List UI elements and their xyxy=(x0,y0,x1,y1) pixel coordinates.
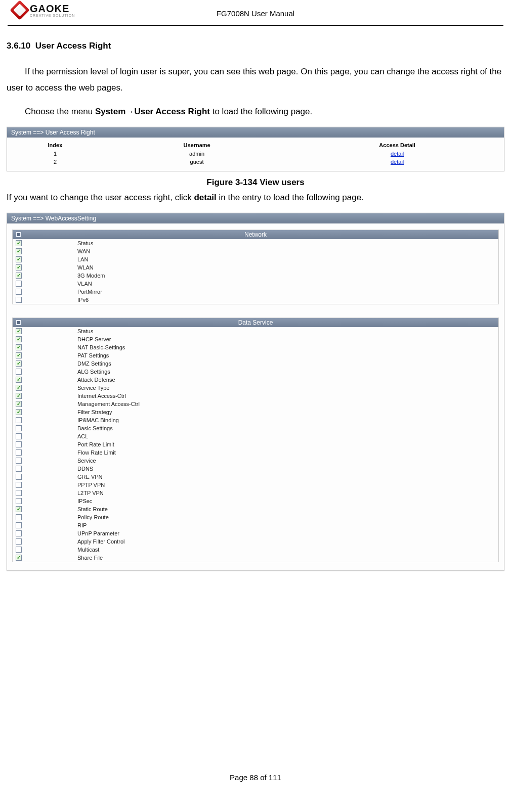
access-item-checkbox[interactable] xyxy=(16,273,22,279)
cell-index: 2 xyxy=(11,158,99,166)
access-item-label: WAN xyxy=(77,248,90,254)
access-item-row: ALG Settings xyxy=(13,368,498,376)
access-item-row: DDNS xyxy=(13,465,498,473)
access-item-label: PPTP VPN xyxy=(77,482,105,488)
access-section-title: Network xyxy=(244,231,267,238)
access-item-checkbox[interactable] xyxy=(16,425,22,431)
access-item-checkbox[interactable] xyxy=(16,458,22,464)
access-item-label: Port Rate Limit xyxy=(77,441,114,447)
access-item-label: RIP xyxy=(77,522,87,528)
access-item-row: Status xyxy=(13,239,498,247)
access-item-label: DHCP Server xyxy=(77,336,111,342)
access-item-row: WAN xyxy=(13,247,498,255)
access-item-checkbox[interactable] xyxy=(16,538,22,545)
access-item-row: IPv6 xyxy=(13,296,498,304)
access-item-checkbox[interactable] xyxy=(16,393,22,399)
access-item-checkbox[interactable] xyxy=(16,466,22,472)
p3-post: in the entry to load the following page. xyxy=(217,193,364,202)
access-item-checkbox[interactable] xyxy=(16,401,22,407)
access-item-checkbox[interactable] xyxy=(16,336,22,342)
access-item-label: ALG Settings xyxy=(77,369,110,375)
access-item-checkbox[interactable] xyxy=(16,264,22,270)
users-table: Index Username Access Detail 1 admin det… xyxy=(11,141,500,166)
access-item-label: Multicast xyxy=(77,547,99,553)
access-item-checkbox[interactable] xyxy=(16,490,22,496)
access-item-checkbox[interactable] xyxy=(16,530,22,536)
access-item-checkbox[interactable] xyxy=(16,369,22,375)
section-number: 3.6.10 xyxy=(7,41,30,51)
access-item-row: Status xyxy=(13,327,498,335)
access-item-checkbox[interactable] xyxy=(16,256,22,262)
cell-username: guest xyxy=(99,158,294,166)
access-item-label: Status xyxy=(77,328,93,334)
access-item-row: Port Rate Limit xyxy=(13,440,498,448)
access-item-row: PortMirror xyxy=(13,288,498,296)
access-item-row: IPSec xyxy=(13,497,498,505)
access-item-label: ACL xyxy=(77,433,88,439)
access-item-checkbox[interactable] xyxy=(16,240,22,246)
section-header-checkbox[interactable] xyxy=(16,320,22,326)
access-item-label: VLAN xyxy=(77,281,92,287)
access-item-row: L2TP VPN xyxy=(13,489,498,497)
page-footer: Page 88 of 111 xyxy=(0,773,511,782)
cell-index: 1 xyxy=(11,150,99,158)
access-item-row: VLAN xyxy=(13,280,498,288)
access-item-checkbox[interactable] xyxy=(16,289,22,295)
access-item-row: GRE VPN xyxy=(13,473,498,481)
manual-title: FG7008N User Manual xyxy=(8,9,503,18)
access-item-checkbox[interactable] xyxy=(16,441,22,447)
access-item-checkbox[interactable] xyxy=(16,449,22,456)
detail-link[interactable]: detail xyxy=(391,151,404,157)
access-item-row: Service xyxy=(13,457,498,465)
users-panel: System ==> User Access Right Index Usern… xyxy=(7,127,504,171)
access-item-label: Service Type xyxy=(77,385,109,391)
access-item-checkbox[interactable] xyxy=(16,352,22,358)
access-item-checkbox[interactable] xyxy=(16,281,22,287)
access-section-header: Network xyxy=(13,230,498,239)
access-item-checkbox[interactable] xyxy=(16,328,22,334)
intro-paragraph-3: If you want to change the user access ri… xyxy=(7,190,504,206)
access-item-checkbox[interactable] xyxy=(16,248,22,254)
access-item-checkbox[interactable] xyxy=(16,474,22,480)
access-item-label: LAN xyxy=(77,256,88,262)
access-section-title: Data Service xyxy=(238,319,273,326)
users-table-row: 2 guest detail xyxy=(11,158,500,166)
access-item-checkbox[interactable] xyxy=(16,514,22,520)
access-item-checkbox[interactable] xyxy=(16,522,22,528)
access-item-row: ACL xyxy=(13,432,498,440)
access-item-checkbox[interactable] xyxy=(16,417,22,423)
detail-link[interactable]: detail xyxy=(391,159,404,165)
access-item-checkbox[interactable] xyxy=(16,385,22,391)
access-item-label: PAT Settings xyxy=(77,352,109,358)
access-item-row: LAN xyxy=(13,255,498,263)
p2-post: to load the following page. xyxy=(210,107,312,116)
access-item-checkbox[interactable] xyxy=(16,344,22,350)
access-item-checkbox[interactable] xyxy=(16,547,22,553)
section-title: User Access Right xyxy=(35,41,111,51)
access-item-checkbox[interactable] xyxy=(16,297,22,303)
access-item-label: Filter Strategy xyxy=(77,409,112,415)
access-item-row: Internet Access-Ctrl xyxy=(13,392,498,400)
access-item-checkbox[interactable] xyxy=(16,360,22,367)
users-panel-crumb: System ==> User Access Right xyxy=(7,127,504,138)
access-item-checkbox[interactable] xyxy=(16,506,22,512)
access-item-checkbox[interactable] xyxy=(16,433,22,439)
access-item-checkbox[interactable] xyxy=(16,555,22,561)
access-item-checkbox[interactable] xyxy=(16,409,22,415)
access-item-label: IP&MAC Binding xyxy=(77,417,119,423)
p3-bold: detail xyxy=(194,193,216,202)
cell-username: admin xyxy=(99,150,294,158)
access-item-label: Apply Filter Control xyxy=(77,538,125,545)
intro-paragraph-1: If the permission level of login user is… xyxy=(7,64,504,97)
access-item-row: NAT Basic-Settings xyxy=(13,343,498,351)
section-header-checkbox[interactable] xyxy=(16,232,22,238)
access-item-label: PortMirror xyxy=(77,289,102,295)
access-item-row: Static Route xyxy=(13,505,498,513)
access-item-checkbox[interactable] xyxy=(16,482,22,488)
access-item-checkbox[interactable] xyxy=(16,498,22,504)
access-item-row: PPTP VPN xyxy=(13,481,498,489)
access-item-checkbox[interactable] xyxy=(16,377,22,383)
access-item-label: Policy Route xyxy=(77,514,109,520)
access-item-row: WLAN xyxy=(13,263,498,272)
access-item-label: UPnP Parameter xyxy=(77,530,119,536)
